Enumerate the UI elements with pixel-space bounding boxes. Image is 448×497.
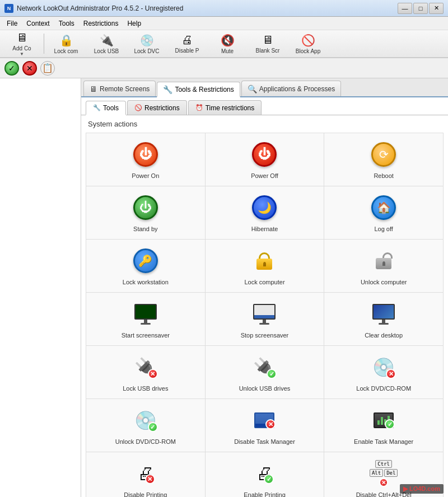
tab-tools-label: Tools & Restrictions: [175, 86, 234, 93]
close-button[interactable]: ✕: [429, 3, 444, 14]
main-area: 🖥 Remote Screens 🔧 Tools & Restrictions …: [0, 78, 448, 497]
right-panel: 🖥 Remote Screens 🔧 Tools & Restrictions …: [81, 78, 448, 497]
start-screensaver-label: Start screensaver: [122, 332, 170, 339]
unlock-computer-label: Unlock computer: [361, 279, 407, 285]
menu-restrictions[interactable]: Restrictions: [79, 18, 123, 29]
action-unlock-dvd[interactable]: 💿 ✓ Unlock DVD/CD-ROM: [86, 399, 206, 452]
title-bar: N Network LookOut Administrator Pro 4.5.…: [0, 0, 448, 17]
block-app-toolbar-icon: 🚫: [301, 34, 315, 47]
sub-tab-tools[interactable]: 🔧 Tools: [86, 101, 126, 115]
action-hibernate[interactable]: 🌙 Hibernate: [206, 186, 325, 240]
sub-tab-time-label: Time restrictions: [206, 104, 255, 112]
action-disable-printing[interactable]: 🖨 ✕ Disable Printing: [86, 452, 206, 497]
lock-dvd-label: Lock DVD/CD-ROM: [356, 385, 411, 392]
toolbar-lock-usb[interactable]: 🔌 Lock USB: [87, 31, 126, 56]
lock-ws-label: Lock workstation: [123, 279, 169, 285]
unlock-usb-label: Unlock USB drives: [239, 385, 291, 392]
action-enable-printing[interactable]: 🖨 ✓ Enable Printing: [206, 452, 325, 497]
menu-bar: File Context Tools Restrictions Help: [0, 17, 448, 30]
reboot-icon: ⟳: [371, 142, 396, 167]
toolbar-add-computer[interactable]: 🖥 Add Co ▼: [2, 31, 41, 56]
menu-context[interactable]: Context: [22, 18, 54, 29]
action-grid: ⏻ Power On ⏻ Power Off ⟳ Reboot: [86, 133, 444, 497]
toolbar-lockcom-label: Lock com: [54, 48, 78, 54]
menu-help[interactable]: Help: [123, 18, 146, 29]
action-lock-usb[interactable]: 🔌 ✕ Lock USB drives: [86, 346, 206, 399]
action-start-screensaver[interactable]: Start screensaver: [86, 293, 206, 346]
monitor-blue-icon: [372, 304, 395, 325]
action-power-off[interactable]: ⏻ Power Off: [206, 133, 325, 186]
tab-remote-screens[interactable]: 🖥 Remote Screens: [83, 81, 156, 96]
section-title: System actions: [86, 120, 444, 128]
toolbar-add-label: Add Co: [12, 45, 31, 51]
toolbar-lock-computer[interactable]: 🔒 Lock com: [46, 31, 86, 56]
tab-tools-restrictions[interactable]: 🔧 Tools & Restrictions: [157, 82, 240, 97]
action-unlock-usb[interactable]: 🔌 ✓ Unlock USB drives: [206, 346, 325, 399]
toolbar-disable-printing[interactable]: 🖨 Disable P: [167, 31, 207, 56]
usb-red-icon: 🔌 ✕: [134, 357, 157, 378]
sub-tab-restrictions[interactable]: 🚫 Restrictions: [127, 100, 187, 115]
sub-tab-time-restrictions[interactable]: ⏰ Time restrictions: [188, 100, 262, 115]
action-clear-desktop[interactable]: Clear desktop: [324, 293, 444, 346]
action-disable-taskmanager[interactable]: ✕ Disable Task Manager: [206, 399, 325, 452]
menu-file[interactable]: File: [2, 18, 22, 29]
lock-toolbar-icon: 🔒: [59, 34, 73, 47]
action-lock-workstation[interactable]: 🔑 Lock workstation: [86, 240, 206, 293]
action-logoff[interactable]: 🏠 Log off: [324, 186, 444, 240]
menu-tools[interactable]: Tools: [54, 18, 79, 29]
dvd-toolbar-icon: 💿: [140, 34, 154, 47]
dropdown-arrow-icon: ▼: [20, 51, 24, 57]
toolbar-block-apps[interactable]: 🚫 Block App: [288, 31, 328, 56]
taskmanager-red-icon: ✕: [254, 412, 274, 428]
watermark-text: ▶ LO4D.com: [403, 485, 440, 492]
standby-label: Stand by: [133, 226, 157, 232]
content-area: System actions ⏻ Power On ⏻ Power Off: [81, 115, 448, 497]
apps-processes-icon: 🔍: [248, 85, 257, 93]
action-standby[interactable]: ⏻ Stand by: [86, 186, 206, 240]
power-off-icon: ⏻: [252, 142, 277, 167]
time-sub-icon: ⏰: [195, 104, 203, 111]
toolbar-disablep-label: Disable P: [175, 48, 199, 54]
tab-apps-label: Applications & Processes: [259, 85, 335, 93]
toolbar-lockdvd-label: Lock DVC: [134, 48, 159, 54]
usb-green-icon: 🔌 ✓: [253, 357, 276, 378]
maximize-button[interactable]: □: [413, 3, 428, 14]
connect-button[interactable]: ✓: [4, 61, 19, 76]
action-reboot[interactable]: ⟳ Reboot: [324, 133, 444, 186]
window-controls[interactable]: — □ ✕: [398, 3, 444, 14]
lock-computer-label: Lock computer: [244, 279, 284, 285]
lock-closed-icon: [256, 252, 272, 270]
tab-applications-processes[interactable]: 🔍 Applications & Processes: [241, 81, 341, 96]
hibernate-icon: 🌙: [252, 195, 277, 220]
taskmanager-green-icon: ✓: [374, 412, 394, 428]
minimize-button[interactable]: —: [398, 3, 412, 14]
disconnect-button[interactable]: ✕: [22, 61, 37, 76]
action-stop-screensaver[interactable]: Stop screensaver: [206, 293, 325, 346]
toolbar-mute-label: Mute: [221, 48, 234, 54]
main-tab-bar: 🖥 Remote Screens 🔧 Tools & Restrictions …: [81, 78, 448, 97]
stop-screensaver-label: Stop screensaver: [241, 332, 289, 339]
clear-desktop-label: Clear desktop: [365, 332, 403, 339]
action-power-on[interactable]: ⏻ Power On: [86, 133, 206, 186]
sub-tab-restrictions-label: Restrictions: [144, 104, 180, 112]
toolbar-blank-label: Blank Scr: [256, 48, 280, 54]
action-enable-taskmanager[interactable]: ✓ Enable Task Manager: [324, 399, 444, 452]
disable-printing-label: Disable Printing: [124, 491, 167, 497]
document-button[interactable]: 📋: [40, 61, 55, 76]
toolbar-blank-screen[interactable]: 🖥 Blank Scr: [248, 31, 287, 56]
toolbar-block-label: Block App: [296, 48, 320, 54]
tab-remote-screens-label: Remote Screens: [100, 85, 150, 93]
monitor-taskbar-icon: [253, 304, 276, 325]
enable-taskmanager-label: Enable Task Manager: [354, 438, 413, 445]
action-lock-computer[interactable]: Lock computer: [206, 240, 325, 293]
toolbar-mute[interactable]: 🔇 Mute: [208, 31, 247, 56]
monitor-green-icon: [134, 304, 157, 325]
dvd-red-icon: 💿 ✕: [372, 357, 395, 378]
tools-restrictions-icon: 🔧: [163, 85, 172, 94]
action-lock-dvd[interactable]: 💿 ✕ Lock DVD/CD-ROM: [324, 346, 444, 399]
unlock-dvd-label: Unlock DVD/CD-ROM: [115, 438, 176, 445]
action-unlock-computer[interactable]: Unlock computer: [324, 240, 444, 293]
toolbar-lock-dvd[interactable]: 💿 Lock DVC: [127, 31, 166, 56]
power-on-label: Power On: [132, 172, 159, 179]
lock-usb-label: Lock USB drives: [123, 385, 168, 392]
